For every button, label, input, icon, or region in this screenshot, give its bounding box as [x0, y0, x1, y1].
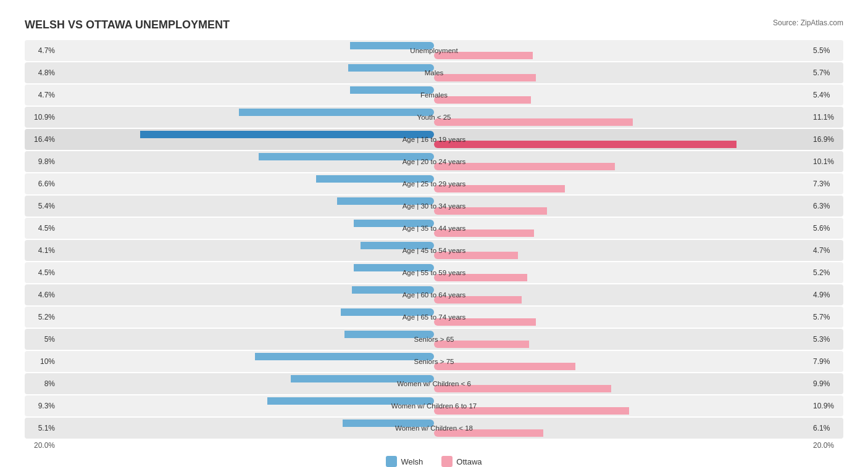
chart-row: 9.8% Age | 20 to 24 years 10.1% — [25, 151, 843, 172]
chart-header: WELSH VS OTTAWA UNEMPLOYMENT Source: Zip… — [25, 19, 843, 31]
row-inner: 4.8% Males 5.7% — [25, 62, 843, 83]
left-value: 16.4% — [25, 135, 59, 144]
bars-center: Women w/ Children < 6 — [59, 373, 809, 394]
row-inner: 16.4% Age | 16 to 19 years 16.9% — [25, 129, 843, 150]
row-inner: 6.6% Age | 25 to 29 years 7.3% — [25, 173, 843, 194]
bar-ottawa — [434, 385, 611, 392]
right-value: 5.7% — [809, 313, 843, 321]
bar-ottawa — [434, 229, 534, 237]
bars-center: Age | 16 to 19 years — [59, 129, 809, 150]
bar-welsh — [350, 86, 434, 94]
bars-center: Youth < 25 — [59, 107, 809, 128]
bars-center: Age | 55 to 59 years — [59, 262, 809, 283]
bar-welsh — [267, 397, 434, 405]
bar-ottawa — [434, 341, 529, 348]
legend-welsh: Welsh — [386, 456, 423, 467]
row-inner: 4.7% Unemployment 5.5% — [25, 40, 843, 61]
chart-row: 5% Seniors > 65 5.3% — [25, 329, 843, 350]
chart-row: 10% Seniors > 75 7.9% — [25, 351, 843, 372]
bars-center: Seniors > 65 — [59, 329, 809, 350]
bars-center: Age | 20 to 24 years — [59, 151, 809, 172]
left-value: 8% — [25, 379, 59, 388]
bar-ottawa — [434, 185, 565, 192]
left-value: 4.7% — [25, 91, 59, 99]
left-value: 9.8% — [25, 157, 59, 166]
legend-ottawa: Ottawa — [441, 456, 482, 467]
chart-row: 4.5% Age | 55 to 59 years 5.2% — [25, 262, 843, 283]
left-value: 4.7% — [25, 46, 59, 55]
bar-welsh — [344, 331, 434, 338]
row-inner: 4.7% Females 5.4% — [25, 85, 843, 105]
chart-row: 16.4% Age | 16 to 19 years 16.9% — [25, 129, 843, 150]
bar-ottawa — [434, 296, 522, 304]
left-value: 10% — [25, 357, 59, 366]
chart-row: 4.8% Males 5.7% — [25, 62, 843, 83]
chart-area: 4.7% Unemployment 5.5% 4.8% Males 5 — [25, 40, 843, 439]
row-inner: 4.5% Age | 35 to 44 years 5.6% — [25, 218, 843, 239]
chart-row: 4.7% Unemployment 5.5% — [25, 40, 843, 61]
legend: Welsh Ottawa — [25, 456, 843, 467]
bars-center: Unemployment — [59, 40, 809, 61]
bar-ottawa — [434, 96, 531, 104]
bar-ottawa — [434, 207, 547, 215]
row-inner: 5.4% Age | 30 to 34 years 6.3% — [25, 196, 843, 217]
right-value: 7.3% — [809, 180, 843, 188]
chart-row: 4.1% Age | 45 to 54 years 4.7% — [25, 240, 843, 261]
bars-center: Seniors > 75 — [59, 351, 809, 372]
bar-welsh — [291, 375, 434, 382]
bar-welsh — [350, 42, 434, 49]
bars-center: Age | 25 to 29 years — [59, 173, 809, 194]
legend-welsh-label: Welsh — [401, 457, 423, 466]
bar-welsh — [343, 419, 434, 427]
bars-center: Women w/ Children 6 to 17 — [59, 395, 809, 416]
row-inner: 9.3% Women w/ Children 6 to 17 10.9% — [25, 395, 843, 416]
legend-welsh-box — [386, 456, 397, 467]
right-value: 5.2% — [809, 268, 843, 277]
bar-ottawa — [434, 363, 575, 370]
bar-welsh — [341, 308, 434, 316]
chart-container: WELSH VS OTTAWA UNEMPLOYMENT Source: Zip… — [12, 12, 856, 467]
row-inner: 9.8% Age | 20 to 24 years 10.1% — [25, 151, 843, 172]
left-value: 10.9% — [25, 113, 59, 122]
bar-welsh — [140, 131, 434, 138]
row-inner: 4.1% Age | 45 to 54 years 4.7% — [25, 240, 843, 261]
row-inner: 4.6% Age | 60 to 64 years 4.9% — [25, 284, 843, 305]
left-value: 4.5% — [25, 268, 59, 277]
bars-center: Age | 65 to 74 years — [59, 307, 809, 328]
bars-center: Age | 60 to 64 years — [59, 284, 809, 305]
bar-welsh — [239, 109, 434, 116]
chart-row: 6.6% Age | 25 to 29 years 7.3% — [25, 173, 843, 194]
bar-ottawa — [434, 274, 527, 281]
axis-left-label: 20.0% — [25, 441, 59, 450]
right-value: 5.7% — [809, 68, 843, 77]
bars-center: Age | 45 to 54 years — [59, 240, 809, 261]
right-value: 9.9% — [809, 379, 843, 388]
chart-title: WELSH VS OTTAWA UNEMPLOYMENT — [25, 19, 230, 31]
bar-welsh — [354, 220, 435, 227]
right-value: 11.1% — [809, 113, 843, 122]
row-inner: 5% Seniors > 65 5.3% — [25, 329, 843, 350]
bar-welsh — [352, 286, 434, 294]
bar-welsh — [354, 264, 435, 271]
bar-ottawa — [434, 252, 518, 259]
left-value: 4.6% — [25, 291, 59, 299]
right-value: 5.3% — [809, 335, 843, 344]
chart-row: 4.6% Age | 60 to 64 years 4.9% — [25, 284, 843, 305]
bar-welsh — [361, 242, 434, 249]
bars-center: Age | 30 to 34 years — [59, 196, 809, 217]
right-value: 4.7% — [809, 246, 843, 255]
row-inner: 4.5% Age | 55 to 59 years 5.2% — [25, 262, 843, 283]
bars-center: Males — [59, 62, 809, 83]
bars-center: Age | 35 to 44 years — [59, 218, 809, 239]
right-value: 16.9% — [809, 135, 843, 144]
right-value: 7.9% — [809, 357, 843, 366]
bar-welsh — [348, 64, 434, 72]
right-value: 10.9% — [809, 402, 843, 410]
chart-row: 10.9% Youth < 25 11.1% — [25, 107, 843, 128]
right-value: 6.1% — [809, 424, 843, 432]
bar-welsh — [259, 153, 434, 160]
row-inner: 8% Women w/ Children < 6 9.9% — [25, 373, 843, 394]
right-value: 5.5% — [809, 46, 843, 55]
chart-row: 5.2% Age | 65 to 74 years 5.7% — [25, 307, 843, 328]
right-value: 6.3% — [809, 202, 843, 210]
